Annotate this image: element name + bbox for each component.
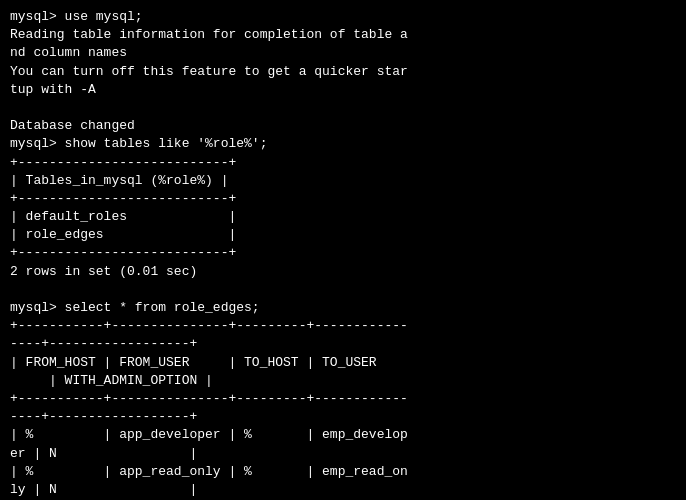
line-4: You can turn off this feature to get a q… bbox=[10, 64, 408, 79]
line-9: +---------------------------+ bbox=[10, 155, 236, 170]
line-21: | WITH_ADMIN_OPTION | bbox=[10, 373, 213, 388]
line-2: Reading table information for completion… bbox=[10, 27, 408, 42]
line-14: +---------------------------+ bbox=[10, 245, 236, 260]
line-10: | Tables_in_mysql (%role%) | bbox=[10, 173, 228, 188]
line-24: | % | app_developer | % | emp_develop bbox=[10, 427, 408, 442]
line-20: | FROM_HOST | FROM_USER | TO_HOST | TO_U… bbox=[10, 355, 377, 370]
line-19: ----+------------------+ bbox=[10, 336, 197, 351]
line-3: nd column names bbox=[10, 45, 127, 60]
line-26: | % | app_read_only | % | emp_read_on bbox=[10, 464, 408, 479]
line-5: tup with -A bbox=[10, 82, 96, 97]
line-1: mysql> use mysql; bbox=[10, 9, 143, 24]
line-13: | role_edges | bbox=[10, 227, 236, 242]
line-17: mysql> select * from role_edges; bbox=[10, 300, 260, 315]
line-23: ----+------------------+ bbox=[10, 409, 197, 424]
line-7: Database changed bbox=[10, 118, 135, 133]
line-25: er | N | bbox=[10, 446, 197, 461]
line-11: +---------------------------+ bbox=[10, 191, 236, 206]
line-22: +-----------+---------------+---------+-… bbox=[10, 391, 408, 406]
terminal-window: mysql> use mysql; Reading table informat… bbox=[10, 8, 676, 500]
terminal-output: mysql> use mysql; Reading table informat… bbox=[10, 8, 676, 500]
line-18: +-----------+---------------+---------+-… bbox=[10, 318, 408, 333]
line-15: 2 rows in set (0.01 sec) bbox=[10, 264, 197, 279]
line-27: ly | N | bbox=[10, 482, 197, 497]
line-12: | default_roles | bbox=[10, 209, 236, 224]
line-8: mysql> show tables like '%role%'; bbox=[10, 136, 267, 151]
